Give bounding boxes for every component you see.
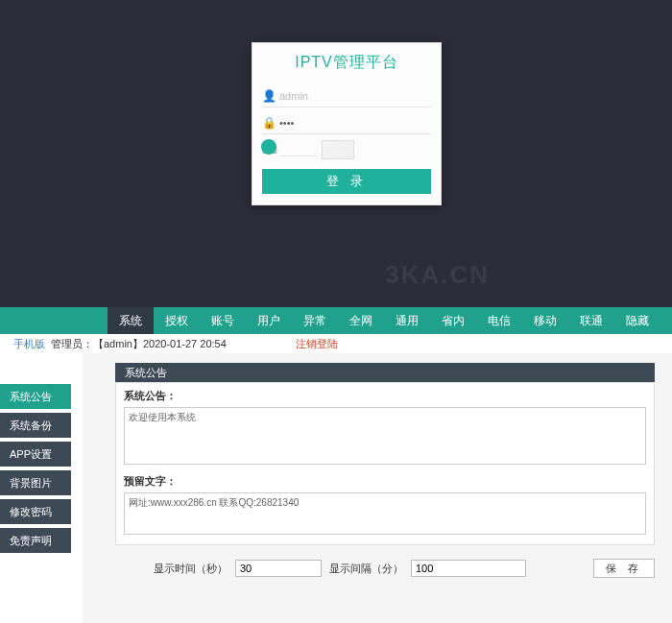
nav-tab-7[interactable]: 省内 — [430, 307, 476, 334]
nav-tab-3[interactable]: 用户 — [246, 307, 292, 334]
nav-tab-10[interactable]: 联通 — [568, 307, 614, 334]
password-row: 🔒 — [262, 111, 431, 134]
username-input[interactable] — [279, 90, 431, 102]
info-bar: 手机版 管理员：【admin】2020-01-27 20:54 注销登陆 — [0, 334, 672, 353]
nav-tab-8[interactable]: 电信 — [476, 307, 522, 334]
nav-tab-5[interactable]: 全网 — [338, 307, 384, 334]
notice-label: 系统公告： — [124, 389, 646, 403]
login-button[interactable]: 登 录 — [262, 169, 431, 194]
admin-info: 管理员：【admin】2020-01-27 20:54 — [51, 337, 227, 351]
notice-textarea[interactable] — [124, 407, 646, 465]
sidebar-item-5[interactable]: 免责声明 — [0, 528, 71, 553]
nav-tab-0[interactable]: 系统 — [108, 307, 154, 334]
watermark: 3KA.CN — [385, 260, 490, 290]
sidebar-item-0[interactable]: 系统公告 — [0, 384, 71, 409]
sidebar-item-3[interactable]: 背景图片 — [0, 470, 71, 495]
login-card: IPTV管理平台 👤 🔒 ⌨ 登 录 — [252, 42, 442, 205]
main-panel: 系统公告 系统公告： 预留文字： 显示时间（秒） 显示间隔（分） 保 存 — [83, 353, 672, 623]
captcha-input[interactable] — [279, 144, 318, 156]
nav-tab-11[interactable]: 隐藏 — [614, 307, 660, 334]
reserve-label: 预留文字： — [124, 474, 646, 489]
lock-icon: 🔒 — [262, 116, 279, 130]
save-button[interactable]: 保 存 — [593, 559, 655, 578]
bottom-bar: 显示时间（秒） 显示间隔（分） 保 存 — [115, 559, 655, 578]
top-nav: 系统授权账号用户异常全网通用省内电信移动联通隐藏 — [0, 307, 672, 334]
nav-tab-6[interactable]: 通用 — [384, 307, 430, 334]
captcha-row: ⌨ — [262, 140, 431, 159]
logout-link[interactable]: 注销登陆 — [296, 337, 338, 351]
display-time-label: 显示时间（秒） — [154, 562, 228, 576]
panel-title: 系统公告 — [115, 363, 655, 382]
username-row: 👤 — [262, 84, 431, 108]
admin-dashboard: 系统授权账号用户异常全网通用省内电信移动联通隐藏 手机版 管理员：【admin】… — [0, 307, 672, 623]
user-icon: 👤 — [262, 89, 279, 103]
cursor-indicator — [261, 139, 276, 155]
nav-tab-4[interactable]: 异常 — [292, 307, 338, 334]
display-time-input[interactable] — [235, 560, 322, 577]
content-area: 系统公告系统备份APP设置背景图片修改密码免责声明 系统公告 系统公告： 预留文… — [0, 353, 672, 623]
nav-tab-1[interactable]: 授权 — [154, 307, 200, 334]
panel-body: 系统公告： 预留文字： — [115, 382, 655, 545]
password-input[interactable] — [279, 117, 431, 129]
login-title: IPTV管理平台 — [262, 49, 431, 81]
display-gap-label: 显示间隔（分） — [329, 562, 403, 576]
login-backdrop: IPTV管理平台 👤 🔒 ⌨ 登 录 3KA.CN — [0, 0, 672, 307]
captcha-image[interactable] — [322, 140, 354, 159]
mobile-version-link[interactable]: 手机版 — [13, 337, 45, 351]
reserve-textarea[interactable] — [124, 492, 646, 535]
sidebar: 系统公告系统备份APP设置背景图片修改密码免责声明 — [0, 353, 83, 623]
sidebar-item-1[interactable]: 系统备份 — [0, 413, 71, 438]
display-gap-input[interactable] — [411, 560, 526, 577]
nav-tab-2[interactable]: 账号 — [200, 307, 246, 334]
sidebar-item-2[interactable]: APP设置 — [0, 442, 71, 467]
nav-tab-9[interactable]: 移动 — [522, 307, 568, 334]
sidebar-item-4[interactable]: 修改密码 — [0, 499, 71, 524]
